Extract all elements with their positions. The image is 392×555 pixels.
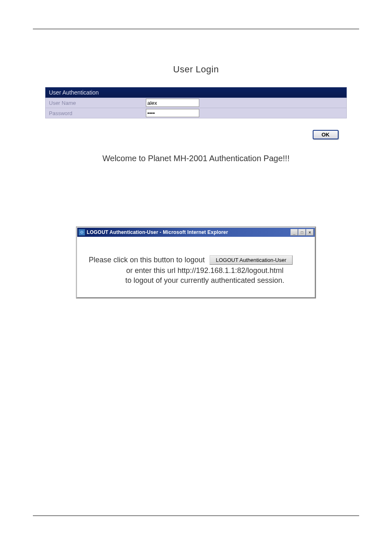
window-controls: _ □ × <box>291 229 314 236</box>
ok-button-container: OK <box>45 130 347 139</box>
maximize-button[interactable]: □ <box>298 229 306 236</box>
password-input[interactable] <box>146 109 199 117</box>
username-input[interactable] <box>146 99 199 107</box>
password-label: Password <box>46 108 144 118</box>
page-top-divider <box>33 29 359 29</box>
welcome-message: Welcome to Planet MH-2001 Authentication… <box>45 154 347 163</box>
ok-button[interactable]: OK <box>313 130 339 139</box>
logout-popup-window: LOGOUT Authentication-User - Microsoft I… <box>76 227 316 298</box>
password-input-cell <box>144 108 347 118</box>
login-section: User Login User Authentication User Name… <box>45 64 347 163</box>
username-label: User Name <box>46 98 144 108</box>
auth-table: User Authentication User Name Password <box>45 87 347 118</box>
auth-section-header: User Authentication <box>46 88 347 98</box>
logout-session-text: to logout of your currently authenticate… <box>103 275 307 285</box>
logout-text-wrap: or enter this url http://192.168.1.1:82/… <box>89 266 307 286</box>
username-row: User Name <box>46 98 347 108</box>
logout-window-content: Please click on this button to logout LO… <box>77 237 315 297</box>
logout-url-text: or enter this url http://192.168.1.1:82/… <box>103 266 307 275</box>
username-input-cell <box>144 98 347 108</box>
ie-icon <box>78 229 85 236</box>
logout-instruction-text: Please click on this button to logout <box>89 256 205 264</box>
window-title: LOGOUT Authentication-User - Microsoft I… <box>87 229 291 235</box>
minimize-button[interactable]: _ <box>291 229 298 236</box>
page-title: User Login <box>45 64 347 75</box>
password-row: Password <box>46 108 347 118</box>
maximize-icon: □ <box>301 230 303 235</box>
close-icon: × <box>309 230 311 235</box>
close-button[interactable]: × <box>306 229 314 236</box>
logout-line-1: Please click on this button to logout LO… <box>89 255 307 265</box>
page-bottom-divider <box>33 516 359 516</box>
logout-button[interactable]: LOGOUT Authentication-User <box>210 255 293 265</box>
minimize-icon: _ <box>293 230 295 235</box>
window-titlebar[interactable]: LOGOUT Authentication-User - Microsoft I… <box>77 228 315 237</box>
